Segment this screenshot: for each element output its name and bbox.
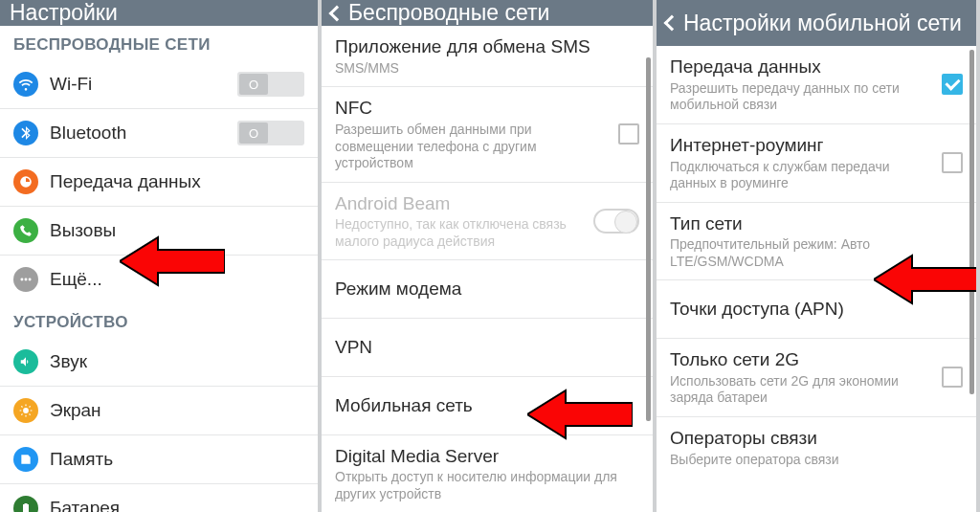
- item-nfc[interactable]: NFC Разрешить обмен данными при совмещен…: [322, 87, 653, 182]
- data-usage-icon: [13, 169, 38, 194]
- wireless-list: Wi-Fi O Bluetooth O Передача данных: [0, 60, 318, 303]
- memory-label: Память: [50, 449, 113, 470]
- data-usage-label: Передача данных: [50, 171, 201, 192]
- data-title: Передача данных: [670, 56, 934, 78]
- item-memory[interactable]: Память: [0, 435, 318, 484]
- item-data-usage[interactable]: Передача данных: [0, 158, 318, 207]
- svg-point-0: [20, 278, 23, 281]
- header-title: Настройки мобильной сети: [683, 11, 962, 36]
- settings-panel: Настройки БЕСПРОВОДНЫЕ СЕТИ Wi-Fi O Blue…: [0, 0, 322, 512]
- svg-point-3: [23, 408, 29, 413]
- dms-title: Digital Media Server: [335, 445, 632, 468]
- operators-title: Операторы связи: [670, 427, 955, 450]
- back-icon: [329, 5, 345, 21]
- wireless-panel: Беспроводные сети Приложение для обмена …: [322, 0, 657, 512]
- operators-sub: Выберите оператора связи: [670, 452, 955, 469]
- apn-title: Точки доступа (APN): [670, 298, 955, 321]
- roaming-title: Интернет-роуминг: [670, 134, 934, 157]
- nfc-title: NFC: [335, 97, 611, 120]
- toggle-knob: O: [239, 74, 268, 95]
- dms-sub: Открыть доступ к носителю информации для…: [335, 469, 632, 502]
- header-settings: Настройки: [0, 0, 318, 26]
- item-android-beam: Android Beam Недоступно, так как отключе…: [322, 183, 653, 261]
- item-battery[interactable]: Батарея: [0, 484, 318, 512]
- header-mobile[interactable]: Настройки мобильной сети: [657, 0, 976, 46]
- mobile-title: Мобильная сеть: [335, 394, 632, 417]
- item-operators[interactable]: Операторы связи Выберите оператора связи: [657, 417, 976, 478]
- item-data-transfer[interactable]: Передача данных Разрешить передачу данны…: [657, 46, 976, 124]
- data-sub: Разрешить передачу данных по сети мобиль…: [670, 80, 934, 114]
- item-screen[interactable]: Экран: [0, 387, 318, 435]
- bluetooth-toggle[interactable]: O: [237, 121, 304, 145]
- beam-sub: Недоступно, так как отключена связь мало…: [335, 216, 586, 250]
- wifi-label: Wi-Fi: [50, 74, 92, 95]
- header-title: Настройки: [10, 0, 118, 26]
- battery-label: Батарея: [50, 498, 120, 512]
- nfc-sub: Разрешить обмен данными при совмещении т…: [335, 122, 611, 172]
- back-icon: [664, 15, 680, 32]
- item-sound[interactable]: Звук: [0, 338, 318, 387]
- item-roaming[interactable]: Интернет-роуминг Подключаться к службам …: [657, 124, 976, 203]
- sound-icon: [13, 349, 38, 374]
- more-label: Ещё...: [50, 269, 102, 290]
- nfc-checkbox[interactable]: [618, 123, 639, 145]
- beam-title: Android Beam: [335, 192, 586, 215]
- item-network-type[interactable]: Тип сети Предпочтительный режим: Авто LT…: [657, 203, 976, 281]
- bluetooth-icon: [13, 121, 38, 145]
- item-bluetooth[interactable]: Bluetooth O: [0, 109, 318, 158]
- item-sms-app[interactable]: Приложение для обмена SMS SMS/MMS: [322, 26, 653, 87]
- mobile-network-panel: Настройки мобильной сети Передача данных…: [657, 0, 980, 512]
- svg-point-2: [29, 278, 32, 281]
- nettype-sub: Предпочтительный режим: Авто LTE/GSM/WCD…: [670, 236, 955, 270]
- roaming-checkbox[interactable]: [942, 152, 963, 173]
- more-icon: [13, 267, 38, 292]
- item-only-2g[interactable]: Только сети 2G Использовать сети 2G для …: [657, 339, 976, 417]
- brightness-icon: [13, 398, 38, 423]
- item-wifi[interactable]: Wi-Fi O: [0, 60, 318, 109]
- only2g-title: Только сети 2G: [670, 348, 934, 371]
- storage-icon: [13, 447, 38, 472]
- header-title: Беспроводные сети: [348, 0, 549, 26]
- scrollbar[interactable]: [969, 50, 974, 394]
- vpn-title: VPN: [335, 336, 632, 359]
- battery-icon: [13, 496, 38, 512]
- beam-switch: [593, 209, 639, 234]
- wifi-icon: [13, 72, 38, 97]
- phone-icon: [13, 218, 38, 243]
- only2g-checkbox[interactable]: [942, 367, 963, 388]
- sms-sub: SMS/MMS: [335, 60, 632, 78]
- header-wireless[interactable]: Беспроводные сети: [322, 0, 653, 26]
- scrollbar[interactable]: [646, 57, 651, 421]
- section-wireless: БЕСПРОВОДНЫЕ СЕТИ: [0, 26, 318, 60]
- roaming-sub: Подключаться к службам передачи данных в…: [670, 159, 934, 192]
- screen-label: Экран: [50, 400, 101, 421]
- section-device: УСТРОЙСТВО: [0, 303, 318, 338]
- item-more[interactable]: Ещё...: [0, 256, 318, 303]
- item-dms[interactable]: Digital Media Server Открыть доступ к но…: [322, 435, 653, 513]
- nettype-title: Тип сети: [670, 212, 955, 235]
- device-list: Звук Экран Память Батарея: [0, 338, 318, 512]
- item-apn[interactable]: Точки доступа (APN): [657, 280, 976, 339]
- sound-label: Звук: [50, 351, 87, 372]
- svg-point-1: [25, 278, 28, 281]
- item-calls[interactable]: Вызовы: [0, 207, 318, 256]
- item-tethering[interactable]: Режим модема: [322, 260, 653, 319]
- only2g-sub: Использовать сети 2G для экономии заряда…: [670, 373, 934, 407]
- item-mobile-network[interactable]: Мобильная сеть: [322, 377, 653, 435]
- wifi-toggle[interactable]: O: [237, 72, 304, 97]
- toggle-knob: O: [239, 122, 268, 144]
- tether-title: Режим модема: [335, 278, 632, 301]
- sms-title: Приложение для обмена SMS: [335, 35, 632, 58]
- item-vpn[interactable]: VPN: [322, 319, 653, 377]
- calls-label: Вызовы: [50, 220, 116, 241]
- data-checkbox[interactable]: [942, 74, 963, 95]
- bluetooth-label: Bluetooth: [50, 122, 126, 144]
